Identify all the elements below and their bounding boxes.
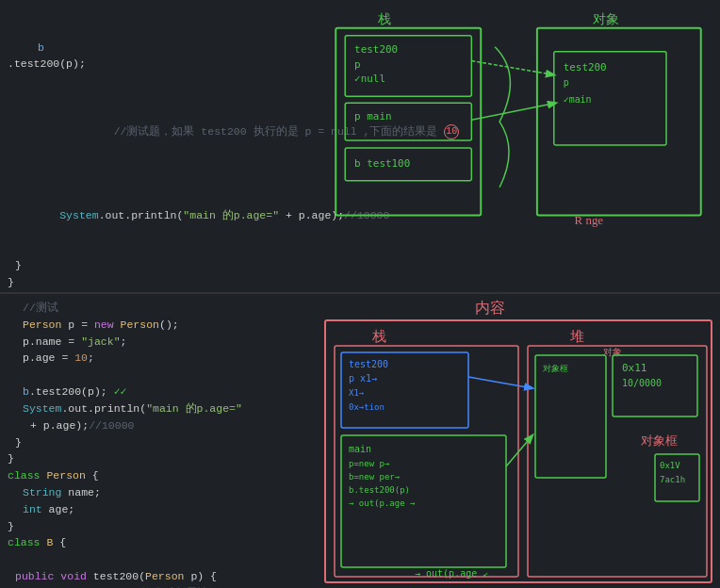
svg-text:对象框: 对象框 [641, 433, 678, 448]
code-line: p.name = "jack"; [8, 334, 313, 351]
top-panel: b.test200(p); //测试题，如果 test200 执行的是 p = … [0, 0, 720, 294]
code-line: int age; [8, 501, 313, 518]
svg-text:X1→: X1→ [349, 388, 365, 398]
svg-text:✓null: ✓null [354, 73, 385, 85]
code-line: String name; [8, 484, 313, 501]
svg-text:栈: 栈 [371, 329, 386, 344]
svg-text:对象框: 对象框 [543, 364, 568, 373]
code-line: } [8, 274, 313, 291]
bottom-panel: //测试 Person p = new Person(); p.name = "… [0, 294, 720, 588]
svg-text:0x11: 0x11 [622, 362, 647, 374]
code-line: System.out.println("main 的p.age=" + p.ag… [8, 173, 313, 257]
svg-text:b test100: b test100 [354, 157, 410, 170]
svg-text:test200: test200 [564, 61, 607, 74]
code-line: } [8, 434, 313, 451]
code-line: Person p = new Person(); [8, 317, 313, 334]
svg-text:b=new per→: b=new per→ [349, 472, 401, 482]
svg-rect-7 [537, 28, 701, 216]
svg-text:p=new p→: p=new p→ [349, 459, 390, 468]
svg-text:→ out(p.age →: → out(p.age → [349, 498, 416, 508]
code-line [8, 551, 313, 568]
svg-text:test200: test200 [354, 43, 398, 56]
code-line: class B { [8, 534, 313, 551]
svg-text:R nge: R nge [575, 213, 604, 227]
code-line: //测试题，如果 test200 执行的是 p = null ,下面的结果是 1… [8, 90, 313, 173]
svg-text:test200: test200 [349, 359, 388, 369]
svg-rect-35 [535, 355, 606, 478]
top-diagram-area: 栈 test200 p ✓null p main b test100 对象 [320, 0, 720, 292]
svg-line-5 [471, 103, 555, 120]
svg-text:p: p [564, 77, 569, 88]
class-person-bottom: class Person { [8, 467, 313, 484]
svg-text:内容: 内容 [475, 300, 505, 316]
bottom-diagram-svg: 内容 栈 堆 对象 test200 p x1→ X1→ 0x→tion main… [320, 294, 720, 588]
svg-line-42 [506, 435, 532, 466]
svg-text:✓main: ✓main [564, 94, 592, 105]
bottom-code-area: //测试 Person p = new Person(); p.name = "… [0, 294, 320, 588]
code-line: b.test200(p); [8, 6, 313, 90]
svg-line-41 [468, 377, 532, 388]
stack-label: 栈 [377, 12, 391, 26]
svg-text:对象: 对象 [594, 12, 620, 26]
code-line: b.test200(p); ✓✓ [8, 384, 313, 400]
bottom-diagram-area: 内容 栈 堆 对象 test200 p x1→ X1→ 0x→tion main… [320, 294, 720, 588]
svg-text:main: main [349, 444, 371, 454]
code-line: } [8, 518, 313, 535]
code-line: } [8, 257, 313, 274]
code-line: System.out.println("main 的p.age=" [8, 400, 313, 417]
code-line: p.age = 10; [8, 350, 313, 367]
code-line: //测试 [8, 300, 313, 317]
code-line: public void test200(Person p) { [8, 568, 313, 585]
svg-text:p: p [354, 58, 361, 71]
svg-text:→ out(p.age  ↙: → out(p.age ↙ [415, 568, 488, 579]
code-line [8, 367, 313, 384]
svg-line-12 [471, 61, 553, 75]
svg-text:p   main: p main [354, 110, 391, 122]
svg-text:堆: 堆 [569, 329, 584, 344]
svg-text:0x1V: 0x1V [660, 461, 680, 470]
svg-text:0x→tion: 0x→tion [349, 402, 385, 412]
svg-text:10/0000: 10/0000 [622, 378, 662, 388]
svg-text:b.test200(p): b.test200(p) [349, 485, 410, 495]
code-line: } [8, 450, 313, 467]
svg-text:7ac1h: 7ac1h [660, 475, 685, 484]
svg-text:p x1→: p x1→ [349, 373, 377, 384]
code-line: + p.age);//10000 [8, 417, 313, 434]
top-diagram-svg: 栈 test200 p ✓null p main b test100 对象 [320, 0, 720, 292]
top-code-area: b.test200(p); //测试题，如果 test200 执行的是 p = … [0, 0, 320, 292]
